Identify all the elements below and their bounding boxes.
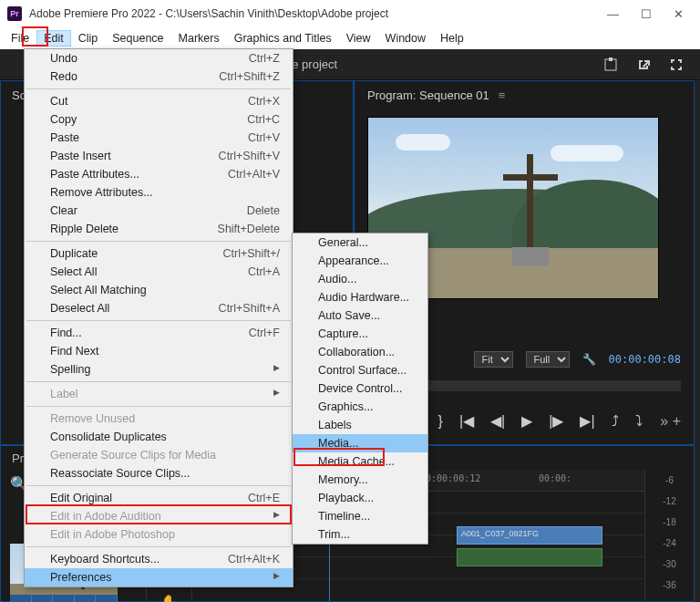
minimize-button[interactable]: — (607, 7, 619, 21)
more-icon[interactable]: » + (660, 413, 681, 430)
audio-clip[interactable] (457, 548, 602, 566)
menu-file[interactable]: File (4, 30, 36, 47)
panel-menu-icon[interactable]: ≡ (499, 88, 506, 102)
timecode-right: 00:00:00:08 (609, 353, 681, 366)
prefs-submenu-item[interactable]: Collaboration... (293, 343, 427, 361)
edit-menu-item[interactable]: PasteCtrl+V (25, 129, 293, 147)
export-icon[interactable] (636, 57, 651, 72)
edit-menu-item[interactable]: Ripple DeleteShift+Delete (25, 220, 293, 238)
edit-menu-item[interactable]: RedoCtrl+Shift+Z (25, 67, 293, 86)
step-back-icon[interactable]: ◀| (490, 412, 505, 430)
edit-menu-item[interactable]: Find...Ctrl+F (25, 324, 293, 342)
prefs-submenu-item[interactable]: General... (293, 234, 427, 252)
menu-graphics[interactable]: Graphics and Titles (227, 30, 339, 47)
go-to-out-icon[interactable]: ▶| (580, 412, 594, 430)
maximize-button[interactable]: ☐ (641, 7, 652, 21)
edit-menu-item[interactable]: Remove Attributes... (25, 183, 293, 202)
menu-sequence[interactable]: Sequence (105, 30, 170, 47)
edit-menu-item[interactable]: Consolidate Duplicates (25, 428, 293, 446)
edit-menu-item: Remove Unused (25, 410, 293, 428)
edit-menu-item[interactable]: DuplicateCtrl+Shift+/ (25, 244, 293, 263)
edit-menu-item[interactable]: Spelling▶ (25, 360, 293, 379)
menu-view[interactable]: View (339, 30, 378, 47)
close-button[interactable]: ✕ (674, 7, 684, 21)
edit-menu: UndoCtrl+ZRedoCtrl+Shift+ZCutCtrl+XCopyC… (24, 48, 293, 587)
preferences-submenu: General...Appearance...Audio...Audio Har… (292, 233, 428, 545)
edit-menu-item: Edit in Adobe Photoshop (25, 525, 293, 544)
program-header: Program: Sequence 01 (367, 88, 489, 102)
prefs-submenu-item[interactable]: Device Control... (293, 379, 427, 398)
edit-menu-item[interactable]: CutCtrl+X (25, 92, 293, 110)
prefs-submenu-item[interactable]: Audio Hardware... (293, 288, 427, 306)
timeline-clip[interactable]: A001_C037_0921FG (461, 529, 539, 538)
app-icon: Pr (7, 6, 22, 21)
edit-menu-item[interactable]: Preferences▶ (25, 568, 293, 586)
prefs-submenu-item[interactable]: Labels (293, 416, 427, 434)
edit-menu-item[interactable]: Find Next (25, 342, 293, 360)
edit-menu-item[interactable]: CopyCtrl+C (25, 110, 293, 129)
edit-menu-item[interactable]: Paste Attributes...Ctrl+Alt+V (25, 165, 293, 183)
prefs-submenu-item[interactable]: Playback... (293, 489, 427, 507)
play-icon[interactable]: ▶ (521, 412, 532, 430)
edit-menu-item: Generate Source Clips for Media (25, 446, 293, 464)
edit-menu-item[interactable]: Deselect AllCtrl+Shift+A (25, 299, 293, 317)
prefs-submenu-item[interactable]: Trim... (293, 525, 427, 544)
lift-icon[interactable]: ⤴ (612, 413, 619, 430)
edit-menu-item[interactable]: UndoCtrl+Z (25, 49, 293, 67)
prefs-submenu-item[interactable]: Media Cache... (293, 452, 427, 471)
mark-out-icon[interactable]: } (438, 413, 443, 430)
menu-bar: File Edit Clip Sequence Markers Graphics… (0, 27, 700, 49)
edit-menu-item: Edit in Adobe Audition▶ (25, 507, 293, 525)
extract-icon[interactable]: ⤵ (635, 413, 643, 430)
prefs-submenu-item[interactable]: Memory... (293, 471, 427, 489)
edit-menu-item[interactable]: Select All Matching (25, 281, 293, 299)
prefs-submenu-item[interactable]: Appearance... (293, 252, 427, 270)
prefs-submenu-item[interactable]: Audio... (293, 270, 427, 288)
edit-menu-item[interactable]: Reassociate Source Clips... (25, 464, 293, 483)
edit-menu-item[interactable]: Edit OriginalCtrl+E (25, 489, 293, 507)
audio-meter: -6 -12 -18 -24 -30 -36 -- (644, 470, 694, 601)
prefs-submenu-item[interactable]: Timeline... (293, 507, 427, 525)
fit-select[interactable]: Fit (474, 351, 513, 368)
menu-window[interactable]: Window (378, 30, 433, 47)
edit-menu-item[interactable]: ClearDelete (25, 202, 293, 220)
fullscreen-icon[interactable] (669, 57, 684, 72)
title-bar: Pr Adobe Premiere Pro 2022 - C:\Users\Sa… (0, 0, 700, 27)
edit-menu-item[interactable]: Paste InsertCtrl+Shift+V (25, 147, 293, 165)
menu-help[interactable]: Help (433, 30, 471, 47)
edit-menu-item: Label▶ (25, 385, 293, 403)
window-title: Adobe Premiere Pro 2022 - C:\Users\Sachi… (29, 7, 388, 20)
svg-rect-1 (609, 57, 612, 61)
settings-icon[interactable]: 🔧 (582, 353, 596, 366)
prefs-submenu-item[interactable]: Graphics... (293, 398, 427, 416)
edit-menu-item[interactable]: Select AllCtrl+A (25, 263, 293, 281)
prefs-submenu-item[interactable]: Media... (293, 434, 427, 452)
add-workspace-icon[interactable] (603, 57, 618, 72)
go-to-in-icon[interactable]: |◀ (459, 412, 474, 430)
resolution-select[interactable]: Full (526, 351, 570, 368)
menu-clip[interactable]: Clip (71, 30, 106, 47)
edit-menu-item[interactable]: Keyboard Shortcuts...Ctrl+Alt+K (25, 550, 293, 568)
prefs-submenu-item[interactable]: Auto Save... (293, 306, 427, 325)
prefs-submenu-item[interactable]: Capture... (293, 325, 427, 343)
menu-markers[interactable]: Markers (171, 30, 227, 47)
menu-edit[interactable]: Edit (36, 30, 71, 47)
step-forward-icon[interactable]: |▶ (549, 412, 563, 430)
prefs-submenu-item[interactable]: Control Surface... (293, 361, 427, 379)
hand-tool-icon[interactable]: ✋ (161, 594, 178, 602)
